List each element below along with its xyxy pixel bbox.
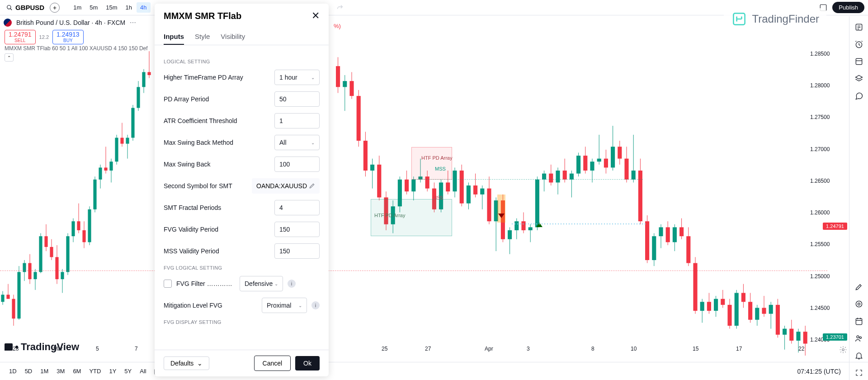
svg-rect-134: [590, 162, 594, 171]
mitigation-info-icon[interactable]: i: [311, 301, 320, 309]
y-axis[interactable]: 1.28500 1.28000 1.27500 1.27000 1.26500 …: [808, 45, 849, 356]
alerts-clock-icon[interactable]: [852, 37, 866, 52]
svg-rect-140: [611, 147, 615, 167]
svg-rect-54: [137, 87, 140, 108]
calendar-icon[interactable]: [852, 314, 866, 328]
smt-symbol-field[interactable]: OANDA:XAUUSD: [252, 178, 320, 194]
price-tag-last: 1.23701: [823, 333, 847, 341]
range-ytd[interactable]: YTD: [85, 366, 104, 376]
svg-rect-136: [597, 159, 601, 162]
tab-inputs[interactable]: Inputs: [164, 29, 184, 45]
utc-clock[interactable]: 07:41:25 (UTC): [797, 368, 841, 375]
chat-icon[interactable]: [852, 89, 866, 103]
svg-point-0: [7, 5, 11, 9]
svg-rect-24: [55, 257, 58, 279]
atr-label: ATR Coefficient Threshold: [164, 117, 270, 124]
smt-fractal-input[interactable]: [274, 200, 320, 215]
mss-validity-label: MSS Validity Period: [164, 247, 270, 255]
svg-rect-160: [679, 227, 684, 236]
fvg-filter-checkbox[interactable]: [164, 280, 172, 288]
svg-rect-6: [6, 294, 9, 299]
tf-1m[interactable]: 1m: [70, 2, 85, 13]
svg-rect-190: [783, 329, 787, 335]
community-icon[interactable]: [852, 331, 866, 346]
svg-rect-20: [44, 236, 47, 247]
bottom-range-bar: 1D 5D 1M 3M 6M YTD 1Y 5Y All 07:41:25 (U…: [0, 362, 868, 380]
tab-visibility[interactable]: Visibility: [221, 29, 245, 45]
svg-rect-68: [363, 141, 368, 171]
svg-rect-96: [460, 171, 464, 204]
mss-validity-input[interactable]: [274, 243, 320, 259]
tf-1h[interactable]: 1h: [122, 2, 136, 13]
chart-settings-icon[interactable]: [839, 346, 847, 354]
modal-close-button[interactable]: ✕: [311, 10, 320, 22]
svg-rect-206: [856, 318, 862, 324]
hotlist-icon[interactable]: [852, 54, 866, 69]
pct-change: %): [334, 23, 341, 29]
range-1m[interactable]: 1M: [37, 366, 52, 376]
svg-rect-168: [707, 302, 711, 311]
svg-rect-8: [12, 299, 15, 319]
svg-rect-60: [336, 66, 340, 87]
range-6m[interactable]: 6M: [69, 366, 85, 376]
layers-icon[interactable]: [852, 71, 866, 86]
svg-rect-202: [856, 58, 862, 64]
svg-rect-192: [789, 329, 793, 341]
svg-rect-48: [120, 138, 123, 143]
fvg-validity-input[interactable]: [274, 222, 320, 237]
add-symbol-button[interactable]: +: [50, 3, 60, 13]
range-1d[interactable]: 1D: [5, 366, 20, 376]
tab-style[interactable]: Style: [195, 29, 210, 45]
drawing-tools-icon[interactable]: [852, 280, 866, 294]
range-all[interactable]: All: [136, 366, 150, 376]
svg-rect-126: [563, 171, 567, 180]
pd-period-label: PD Array Period: [164, 95, 270, 103]
fvg-filter-select[interactable]: Defensive⌄: [240, 276, 283, 291]
dotted-level-line: [511, 223, 646, 225]
last-price-line: [0, 271, 827, 271]
svg-point-213: [842, 349, 844, 351]
chart-area[interactable]: HTF PD Array MSS HTF PD Array MSS: [0, 45, 849, 356]
target-icon[interactable]: [852, 297, 866, 311]
svg-rect-178: [741, 293, 745, 302]
svg-rect-14: [28, 263, 31, 280]
defaults-button[interactable]: Defaults⌄: [164, 356, 209, 370]
atr-input[interactable]: [274, 113, 320, 128]
swing-back-input[interactable]: [274, 157, 320, 172]
svg-rect-42: [104, 167, 107, 171]
symbol-search[interactable]: GBPUSD: [4, 3, 47, 12]
range-5d[interactable]: 5D: [21, 366, 36, 376]
x-axis[interactable]: 28Mar572527Apr3810151722: [0, 346, 809, 356]
tf-5m[interactable]: 5m: [86, 2, 101, 13]
sell-price-box[interactable]: 1.24791 SELL: [5, 30, 36, 44]
pair-name: British Pound / U.S. Dollar · 4h · FXCM: [16, 19, 125, 26]
redo-button[interactable]: [334, 1, 346, 14]
section-fvg-logical: FVG LOGICAL SETTING: [164, 265, 320, 271]
modal-title: MMXM SMR TFlab: [164, 11, 241, 21]
spread-value: 12.2: [39, 34, 49, 40]
publish-button[interactable]: Publish: [832, 2, 864, 13]
mitigation-select[interactable]: Proximal⌄: [262, 298, 307, 313]
search-icon: [6, 5, 13, 11]
svg-rect-102: [480, 189, 484, 195]
svg-rect-62: [343, 81, 347, 87]
htf-red-label: HTF PD Array: [421, 155, 452, 161]
fvg-filter-info-icon[interactable]: i: [288, 280, 296, 288]
bell-icon[interactable]: [852, 348, 866, 363]
range-3m[interactable]: 3M: [53, 366, 68, 376]
svg-rect-22: [50, 247, 53, 257]
ok-button[interactable]: Ok: [295, 356, 320, 370]
svg-rect-38: [93, 180, 96, 209]
htf-select[interactable]: 1 hour⌄: [274, 70, 320, 85]
range-1y[interactable]: 1Y: [105, 366, 120, 376]
swing-method-select[interactable]: All⌄: [274, 135, 320, 150]
tf-15m[interactable]: 15m: [102, 2, 121, 13]
svg-rect-36: [88, 209, 91, 242]
cancel-button[interactable]: Cancel: [254, 356, 291, 371]
buy-price-box[interactable]: 1.24913 BUY: [52, 30, 84, 44]
tf-4h[interactable]: 4h: [137, 2, 150, 13]
pd-period-input[interactable]: [274, 91, 320, 107]
watchlist-icon[interactable]: [852, 20, 866, 34]
svg-rect-162: [686, 236, 690, 263]
range-5y[interactable]: 5Y: [121, 366, 135, 376]
